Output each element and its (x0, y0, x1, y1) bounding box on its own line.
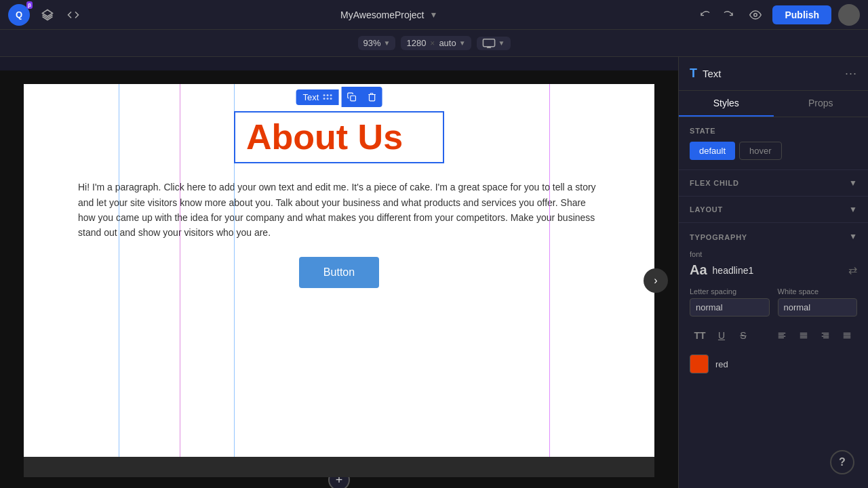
main: Text (0, 57, 868, 488)
canvas-width[interactable]: 1280 (406, 38, 426, 48)
layout-chevron: ▼ (849, 205, 857, 214)
letter-spacing-value[interactable]: normal (690, 298, 770, 317)
zoom-group[interactable]: 93% ▼ (358, 36, 396, 50)
redo-button[interactable] (718, 5, 738, 25)
font-label: font (690, 250, 857, 258)
format-buttons: TT U S (690, 326, 857, 345)
app-logo[interactable]: Q β (8, 4, 30, 26)
more-options-icon[interactable]: ··· (845, 66, 857, 81)
canvas-bottom-strip (24, 457, 654, 477)
layers-icon[interactable] (38, 5, 57, 24)
device-group[interactable]: ▼ (477, 37, 511, 50)
element-actions (341, 87, 382, 107)
white-space-value[interactable]: normal (778, 298, 858, 317)
heading-text[interactable]: About Us (246, 117, 403, 157)
zoom-value: 93% (363, 38, 381, 48)
avatar (838, 4, 860, 26)
font-name[interactable]: headline1 (713, 265, 843, 276)
duplicate-button[interactable] (341, 87, 361, 107)
text-align-group (772, 326, 857, 345)
text-element-wrapper: Text (78, 111, 600, 163)
panel-tabs: Styles Props (679, 91, 868, 117)
canvas-area[interactable]: Text (0, 57, 678, 488)
drag-handle[interactable] (323, 94, 332, 100)
align-justify-button[interactable] (837, 326, 857, 345)
flex-child-label: FLEX CHILD (690, 179, 739, 187)
layout-section: LAYOUT ▼ (679, 197, 868, 223)
bold-button[interactable]: TT (690, 326, 710, 345)
svg-rect-2 (483, 39, 494, 46)
typography-label: TYPOGRAPHY (690, 233, 747, 241)
font-row: Aa headline1 ⇄ (690, 262, 857, 278)
publish-button[interactable]: Publish (772, 5, 831, 24)
project-name[interactable]: MyAwesomeProject (340, 9, 424, 20)
code-icon[interactable] (64, 5, 83, 24)
align-center-button[interactable] (793, 326, 814, 345)
flex-child-header[interactable]: FLEX CHILD ▼ (679, 170, 868, 196)
white-space-label: White space (778, 287, 858, 296)
dropdown-icon[interactable]: ▼ (430, 10, 438, 20)
component-type-icon: T (690, 66, 697, 81)
delete-button[interactable] (361, 87, 382, 107)
state-buttons: default hover (690, 142, 857, 160)
device-dropdown-icon: ▼ (498, 39, 505, 47)
preview-button[interactable] (745, 5, 766, 25)
beta-badge: β (26, 1, 33, 9)
white-space-field: White space normal (778, 287, 858, 317)
color-row: red (690, 354, 857, 373)
state-header: STATE (690, 127, 857, 135)
spacing-row: Letter spacing normal White space normal (690, 287, 857, 317)
tab-styles[interactable]: Styles (679, 91, 774, 117)
topbar-right: Publish (695, 4, 860, 26)
canvas-height[interactable]: auto (439, 38, 456, 48)
cta-button[interactable]: Button (299, 257, 379, 288)
typography-section: TYPOGRAPHY ▲ font Aa headline1 ⇄ Letter … (679, 223, 868, 383)
typography-header[interactable]: TYPOGRAPHY ▲ (690, 232, 857, 242)
font-link-icon[interactable]: ⇄ (848, 264, 857, 277)
panel-title: Text (703, 68, 840, 79)
flex-child-chevron: ▼ (849, 178, 857, 188)
desktop-icon (482, 39, 496, 48)
selected-text-box[interactable]: About Us (234, 111, 444, 163)
canvas-page: Text (24, 84, 654, 477)
zoom-dropdown-icon: ▼ (384, 39, 391, 47)
color-name[interactable]: red (715, 359, 728, 369)
topbar-center: MyAwesomeProject ▼ (91, 9, 687, 20)
underline-button[interactable]: U (711, 326, 732, 345)
help-button[interactable]: ? (830, 450, 854, 474)
state-hover-button[interactable]: hover (739, 142, 782, 160)
topbar: Q β MyAwesomeProject ▼ (0, 0, 868, 30)
undo-redo-group (695, 5, 738, 25)
topbar-left-icons (38, 5, 83, 24)
layout-header[interactable]: LAYOUT ▼ (679, 197, 868, 222)
tab-props[interactable]: Props (774, 91, 869, 117)
element-type-label[interactable]: Text (296, 89, 339, 105)
color-swatch[interactable] (690, 354, 709, 373)
right-panel: T Text ··· Styles Props STATE default ho… (678, 57, 868, 488)
svg-rect-5 (351, 96, 356, 101)
state-label: STATE (690, 127, 715, 135)
height-dropdown-icon: ▼ (459, 39, 466, 47)
toolbar: 93% ▼ 1280 × auto ▼ ▼ (0, 30, 868, 57)
paragraph-text[interactable]: Hi! I'm a paragraph. Click here to add y… (78, 180, 600, 241)
dimensions-group: 1280 × auto ▼ (401, 36, 471, 50)
strikethrough-button[interactable]: S (733, 326, 753, 345)
ruler-top (0, 57, 678, 70)
letter-spacing-label: Letter spacing (690, 287, 770, 296)
flex-child-section: FLEX CHILD ▼ (679, 170, 868, 197)
text-style-group: TT U S (690, 326, 753, 345)
canvas-chevron[interactable]: › (644, 268, 668, 293)
state-default-button[interactable]: default (690, 142, 735, 160)
align-right-button[interactable] (815, 326, 835, 345)
separator: × (430, 39, 435, 48)
svg-point-1 (754, 13, 757, 16)
panel-header: T Text ··· (679, 57, 868, 91)
layout-label: LAYOUT (690, 205, 723, 214)
align-left-button[interactable] (772, 326, 792, 345)
state-section: STATE default hover (679, 117, 868, 170)
font-size-icon: Aa (690, 262, 707, 278)
letter-spacing-field: Letter spacing normal (690, 287, 770, 317)
typography-chevron: ▲ (849, 232, 857, 242)
element-toolbar: Text (296, 87, 382, 107)
undo-button[interactable] (695, 5, 715, 25)
